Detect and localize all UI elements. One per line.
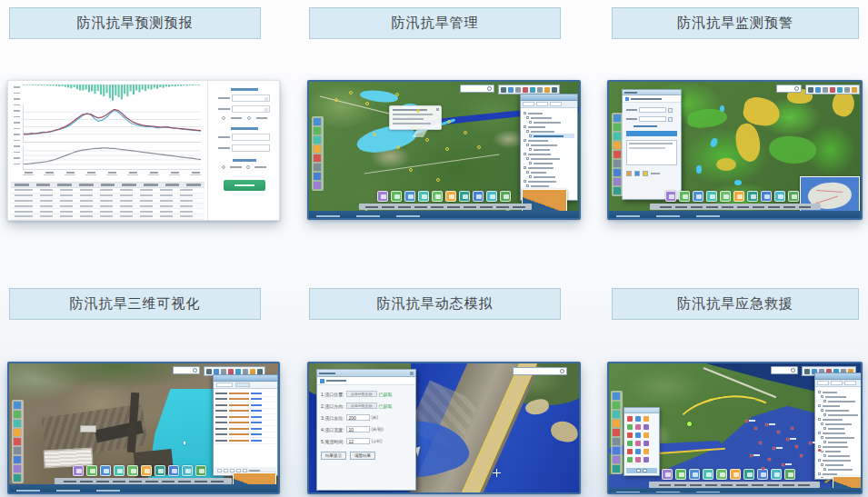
app-launcher-icon[interactable] <box>459 191 470 202</box>
radio-button[interactable] <box>222 116 225 120</box>
app-launcher-icon[interactable] <box>730 469 741 480</box>
layer-checkbox[interactable] <box>823 454 826 457</box>
layer-checkbox[interactable] <box>529 175 532 178</box>
tool-icon[interactable] <box>613 456 620 463</box>
layer-checkbox[interactable] <box>818 459 821 462</box>
search-icon[interactable] <box>193 368 197 373</box>
palette-symbol-icon[interactable] <box>627 449 633 454</box>
close-icon[interactable] <box>410 372 414 375</box>
app-launcher-icon[interactable] <box>774 191 785 202</box>
screenshot-3d-visualization[interactable] <box>7 362 280 494</box>
app-launcher-icon[interactable] <box>716 469 727 480</box>
tool-icon[interactable] <box>614 160 621 167</box>
chevron-down-icon[interactable] <box>264 108 268 112</box>
field-input[interactable] <box>232 105 270 113</box>
app-launcher-icon[interactable] <box>155 465 165 476</box>
app-launcher-icon[interactable] <box>665 191 676 202</box>
layer-checkbox[interactable] <box>818 432 821 434</box>
palette-symbol-icon[interactable] <box>635 432 641 438</box>
toolbar-icon[interactable] <box>257 369 263 374</box>
app-launcher-icon[interactable] <box>679 191 690 202</box>
layer-panel-titlebar[interactable] <box>521 94 577 101</box>
tool-icon[interactable] <box>613 438 620 445</box>
tool-icon[interactable] <box>614 142 621 149</box>
palette-symbol-icon[interactable] <box>635 416 641 422</box>
close-icon[interactable] <box>436 108 439 111</box>
sim-field-input[interactable]: 12 <box>346 438 370 444</box>
tool-icon[interactable] <box>14 456 21 463</box>
app-launcher-icon[interactable] <box>432 191 443 202</box>
field-input[interactable] <box>232 134 270 141</box>
search-icon[interactable] <box>560 369 564 373</box>
palette-symbol-icon[interactable] <box>644 424 649 430</box>
app-launcher-icon[interactable] <box>127 465 138 476</box>
toolbar-icon[interactable] <box>250 369 255 374</box>
layer-checkbox[interactable] <box>823 441 826 443</box>
layer-checkbox[interactable] <box>529 148 532 151</box>
link-row[interactable] <box>634 125 657 127</box>
app-launcher-icon[interactable] <box>473 191 484 202</box>
tool-icon[interactable] <box>614 151 621 158</box>
layer-checkbox[interactable] <box>524 180 526 183</box>
toolbar-icon[interactable] <box>508 87 514 93</box>
record-detail-link[interactable] <box>251 416 262 418</box>
title-rescue[interactable]: 防汛抗旱应急救援 <box>612 288 859 320</box>
layer-checkbox[interactable] <box>524 125 526 128</box>
layer-checkbox[interactable] <box>821 463 823 466</box>
app-launcher-icon[interactable] <box>141 465 152 476</box>
screenshot-management-map[interactable] <box>307 80 581 220</box>
toolbar-icon[interactable] <box>552 87 557 93</box>
palette-symbol-icon[interactable] <box>627 432 633 438</box>
layer-checkbox[interactable] <box>524 112 526 114</box>
sim-dialog-button[interactable]: 结果显示 <box>321 452 346 460</box>
toolbar-icon[interactable] <box>837 87 843 93</box>
layer-panel-titlebar[interactable] <box>815 373 861 380</box>
tool-icon[interactable] <box>613 411 620 418</box>
toolbar-icon[interactable] <box>515 87 521 93</box>
calendar-icon[interactable] <box>668 117 673 122</box>
app-launcher-icon[interactable] <box>114 465 125 476</box>
toolbar-icon[interactable] <box>235 369 241 374</box>
tool-icon[interactable] <box>613 447 620 454</box>
toolbar-icon[interactable] <box>804 369 810 374</box>
tool-icon[interactable] <box>314 127 321 134</box>
layer-checkbox[interactable] <box>526 116 529 119</box>
tool-icon[interactable] <box>14 474 21 482</box>
toolbar-icon[interactable] <box>228 369 234 374</box>
palette-symbol-icon[interactable] <box>644 449 649 454</box>
title-viz3d[interactable]: 防汛抗旱三维可视化 <box>9 288 261 320</box>
sim-field-input[interactable]: 200 <box>346 414 370 421</box>
tool-icon[interactable] <box>14 438 21 445</box>
palette-symbol-icon[interactable] <box>627 457 633 462</box>
app-launcher-icon[interactable] <box>689 469 700 480</box>
sim-action-link[interactable]: 已获取 <box>379 392 393 397</box>
search-icon[interactable] <box>791 368 795 373</box>
tool-icon[interactable] <box>314 154 321 162</box>
app-launcher-icon[interactable] <box>757 469 768 480</box>
tool-icon[interactable] <box>14 411 21 418</box>
tool-icon[interactable] <box>14 420 21 427</box>
palette-symbol-icon[interactable] <box>644 457 649 462</box>
record-detail-link[interactable] <box>251 440 262 442</box>
app-launcher-icon[interactable] <box>743 469 754 480</box>
layer-checkbox[interactable] <box>529 134 532 137</box>
layer-checkbox[interactable] <box>823 413 826 416</box>
palette-symbol-icon[interactable] <box>635 424 641 430</box>
palette-symbol-icon[interactable] <box>635 457 641 462</box>
layer-checkbox[interactable] <box>821 477 823 478</box>
toolbar-icon[interactable] <box>501 87 506 93</box>
tool-icon[interactable] <box>613 420 620 427</box>
palette-symbol-icon[interactable] <box>627 441 633 446</box>
list-tab[interactable] <box>216 383 233 387</box>
toolbar-icon[interactable] <box>830 87 835 93</box>
layer-tab[interactable] <box>831 381 843 385</box>
tool-icon[interactable] <box>314 136 321 144</box>
tool-icon[interactable] <box>614 178 621 185</box>
toolbar-icon[interactable] <box>243 369 248 374</box>
app-launcher-icon[interactable] <box>500 191 511 202</box>
palette-symbol-icon[interactable] <box>644 416 649 422</box>
radio-button[interactable] <box>247 116 251 120</box>
mini-action-button[interactable] <box>634 171 640 176</box>
sim-field-value-box[interactable]: 点选获取坐标 <box>346 403 377 409</box>
screenshot-emergency-rescue[interactable] <box>607 362 863 494</box>
